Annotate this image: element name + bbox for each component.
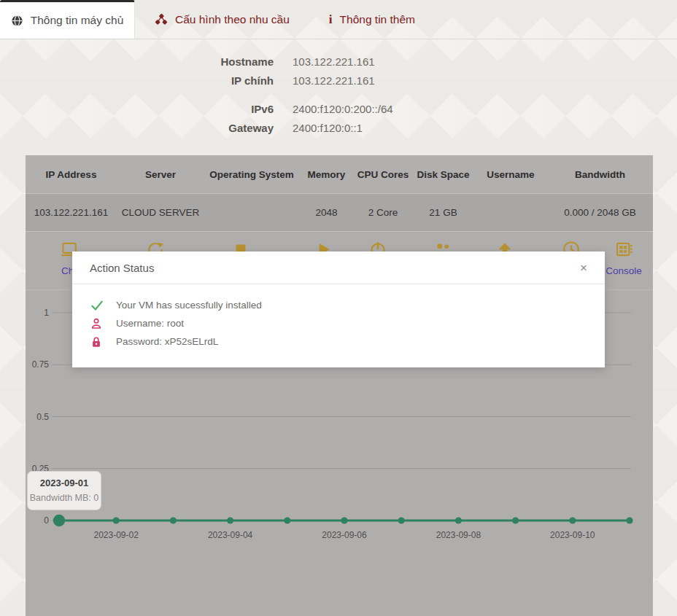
tab-bar: Thông tin máy chủ Cấu hình theo nhu cầu … [0, 0, 677, 39]
info-row-ipv6: IPv6 2400:f120:0:200::/64 [0, 99, 677, 118]
status-text: Password: xP52sELrdL [116, 336, 218, 347]
modal-body: Your VM has sucessfully installed Userna… [72, 284, 605, 351]
info-icon: i [329, 13, 333, 26]
chart-tooltip: 2023-09-01 Bandwidth MB: 0 [27, 471, 101, 510]
tab-server-info[interactable]: Thông tin máy chủ [0, 0, 135, 39]
tab-custom-config[interactable]: Cấu hình theo nhu cầu [135, 0, 309, 39]
info-value: 103.122.221.161 [274, 55, 677, 68]
sitemap-icon [155, 13, 168, 26]
close-icon[interactable]: × [580, 262, 587, 274]
column-header: Disk Space [412, 169, 474, 180]
lock-icon [90, 335, 106, 348]
info-label: IP chính [0, 74, 274, 87]
status-item-installed: Your VM has sucessfully installed [90, 296, 587, 314]
info-label: Hostname [0, 55, 274, 68]
column-header: CPU Cores [354, 169, 412, 180]
svg-text:2023-09-08: 2023-09-08 [436, 530, 481, 540]
server-info: Hostname 103.122.221.161 IP chính 103.12… [0, 52, 677, 137]
status-text: Your VM has sucessfully installed [116, 300, 262, 311]
info-value: 103.122.221.161 [274, 74, 677, 87]
info-row-main-ip: IP chính 103.122.221.161 [0, 71, 677, 90]
svg-text:1: 1 [44, 308, 49, 318]
globe-icon [11, 15, 23, 27]
info-value: 2400:f120:0:200::/64 [274, 103, 677, 115]
column-header: Username [474, 169, 547, 180]
status-item-username: Username: root [90, 314, 587, 332]
svg-text:0.75: 0.75 [32, 359, 50, 370]
table-cell: CLOUD SERVER [117, 207, 204, 218]
table-cell: 0.000 / 2048 GB [547, 207, 653, 218]
table-cell: 2 Core [354, 207, 412, 218]
status-text: Username: root [116, 318, 184, 329]
info-row-hostname: Hostname 103.122.221.161 [0, 52, 677, 71]
console-icon [614, 239, 633, 260]
server-panel: IP Address Server Operating System Memor… [26, 155, 653, 616]
status-item-password: Password: xP52sELrdL [90, 332, 587, 351]
action-label: Console [606, 265, 642, 276]
table-row: 103.122.221.161 CLOUD SERVER 2048 2 Core… [26, 193, 653, 232]
table-header-row: IP Address Server Operating System Memor… [26, 155, 653, 193]
svg-text:0: 0 [44, 515, 49, 526]
tab-label: Cấu hình theo nhu cầu [175, 13, 290, 26]
vps-control-panel: Thông tin máy chủ Cấu hình theo nhu cầu … [0, 0, 677, 616]
svg-text:2023-09-06: 2023-09-06 [322, 530, 367, 540]
svg-text:2023-09-04: 2023-09-04 [208, 530, 253, 540]
tooltip-date: 2023-09-01 [29, 477, 99, 488]
svg-text:2023-09-10: 2023-09-10 [550, 530, 595, 540]
column-header: Server [117, 169, 204, 180]
column-header: Bandwidth [547, 169, 653, 180]
modal-title: Action Status [90, 262, 154, 274]
svg-text:0.5: 0.5 [36, 412, 49, 422]
modal-header: Action Status × [72, 252, 605, 284]
column-header: IP Address [26, 169, 117, 180]
user-icon [90, 317, 106, 330]
table-cell: 2048 [299, 207, 354, 218]
check-icon [90, 298, 106, 313]
action-status-modal: Action Status × Your VM has sucessfully … [72, 252, 605, 367]
info-label: Gateway [0, 122, 274, 134]
tooltip-value: Bandwidth MB: 0 [29, 493, 99, 503]
console-button[interactable]: Console [606, 239, 642, 276]
info-label: IPv6 [0, 103, 274, 115]
column-header: Operating System [204, 169, 299, 180]
tab-label: Thông tin máy chủ [31, 14, 124, 27]
svg-text:2023-09-02: 2023-09-02 [94, 530, 139, 540]
table-cell: 21 GB [412, 207, 474, 218]
tab-more-info[interactable]: i Thông tin thêm [309, 0, 435, 39]
table-cell: 103.122.221.161 [26, 207, 117, 218]
info-row-gateway: Gateway 2400:f120:0::1 [0, 118, 677, 137]
info-value: 2400:f120:0::1 [274, 122, 677, 134]
tab-label: Thông tin thêm [340, 13, 415, 26]
column-header: Memory [299, 169, 354, 180]
